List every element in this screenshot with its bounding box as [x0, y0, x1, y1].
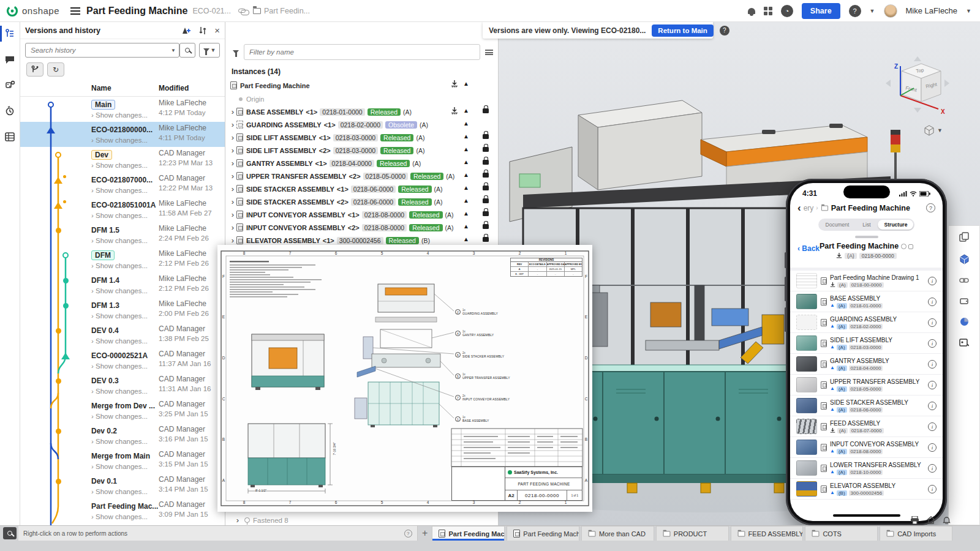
version-row[interactable]: Main › Show changes... Mike LaFleche 4:1…	[20, 97, 225, 122]
home-icon[interactable]	[927, 516, 935, 524]
share-button[interactable]: Share	[802, 3, 840, 19]
custom-features-icon[interactable]	[0, 77, 20, 93]
expand-chevron-icon[interactable]: ›	[229, 133, 236, 142]
info-icon[interactable]: i	[928, 360, 937, 369]
info-icon[interactable]: i	[928, 318, 937, 327]
version-row[interactable]: ECO-0218051001A › Show changes... Mike L…	[20, 197, 225, 222]
phone-list-item[interactable]: ELEVATOR ASSEMBLY ▲ (B) 300-00002456 i	[790, 479, 943, 500]
print-icon[interactable]	[910, 516, 919, 524]
show-changes-link[interactable]: › Show changes...	[91, 262, 157, 269]
help-icon[interactable]: ?	[404, 530, 412, 538]
link-icon[interactable]	[959, 277, 969, 284]
search-history-input[interactable]	[25, 43, 179, 58]
root-assembly-row[interactable]: Part Feeding Machine ▲	[225, 78, 498, 92]
expand-chevron-icon[interactable]: ›	[229, 223, 236, 232]
instance-row[interactable]: › INPUT CONVEYOR ASSEMBLY <1> 0218-08-00…	[225, 208, 498, 221]
info-icon[interactable]: i	[928, 485, 937, 493]
version-row[interactable]: Merge from Main › Show changes... CAD Ma…	[20, 448, 225, 473]
search-button[interactable]	[179, 43, 195, 58]
show-changes-link[interactable]: › Show changes...	[91, 111, 157, 119]
show-changes-link[interactable]: › Show changes...	[91, 312, 157, 320]
graph-view-toggle[interactable]	[26, 62, 43, 77]
chevron-down-icon[interactable]: ▼	[966, 8, 971, 14]
close-icon[interactable]: ×	[214, 26, 220, 35]
version-row[interactable]: DFM 1.5 › Show changes... Mike LaFleche …	[20, 222, 225, 247]
instance-row[interactable]: › SIDE STACKER ASSEMBLY <2> 0218-06-0000…	[225, 195, 498, 208]
phone-list-item[interactable]: INPUT CONVEYOR ASSEMBLY ▲ (A) 0218-08-00…	[790, 437, 943, 458]
version-name[interactable]: Merge from Main	[91, 452, 150, 460]
version-name[interactable]: DFM	[91, 250, 115, 260]
instance-row[interactable]: › GUARDING ASSEMBLY <1> 0218-02-0000 Obs…	[225, 118, 498, 131]
pie-chart-icon[interactable]	[960, 317, 969, 326]
instance-row[interactable]: › UPPER TRANSFER ASSEMBLY <2> 0218-05-00…	[225, 170, 498, 182]
version-row[interactable]: Dev 0.2 › Show changes... CAD Manager 3:…	[20, 423, 225, 448]
show-changes-link[interactable]: › Show changes...	[91, 438, 157, 445]
instance-row[interactable]: › INPUT CONVEYOR ASSEMBLY <2> 0218-08-00…	[225, 221, 498, 234]
show-changes-link[interactable]: › Show changes...	[91, 413, 157, 420]
version-row[interactable]: Merge from Dev ... › Show changes... CAD…	[20, 398, 225, 423]
onshape-logo[interactable]: onshape	[0, 5, 59, 17]
visibility-icon[interactable]	[901, 244, 907, 249]
device-icon[interactable]	[959, 296, 969, 305]
show-changes-link[interactable]: › Show changes...	[91, 187, 157, 194]
drag-handle[interactable]	[855, 236, 878, 238]
version-row[interactable]: ECO-00002521A › Show changes... CAD Mana…	[20, 348, 225, 373]
info-icon[interactable]: i	[928, 422, 937, 431]
version-row[interactable]: ECO-021800000... › Show changes... Mike …	[20, 122, 225, 147]
drawing-sheet[interactable]: 87654321 87654321 FEDCBA FEDCBA REVISION…	[217, 245, 592, 512]
document-tab[interactable]: FEED ASSEMBLY	[731, 526, 804, 541]
origin-row[interactable]: Origin	[225, 92, 498, 105]
show-changes-link[interactable]: › Show changes...	[91, 287, 157, 294]
version-row[interactable]: Dev 0.1 › Show changes... CAD Manager 3:…	[20, 473, 225, 498]
notifications-icon[interactable]	[748, 8, 755, 14]
view-cube[interactable]: Top Front Right Z X	[882, 56, 953, 133]
version-row[interactable]: Dev › Show changes... CAD Manager 12:23 …	[20, 147, 225, 172]
version-name[interactable]: DFM 1.3	[91, 301, 119, 310]
expand-chevron-icon[interactable]: ›	[229, 236, 236, 245]
info-icon[interactable]: i	[928, 339, 937, 348]
list-options-icon[interactable]	[485, 50, 493, 55]
phone-list-item[interactable]: GUARDING ASSEMBLY ▲ (A) 0218-02-0000 i	[790, 312, 943, 333]
show-changes-link[interactable]: › Show changes...	[91, 337, 157, 345]
info-icon[interactable]: i	[928, 298, 937, 306]
filter-icon[interactable]	[233, 50, 239, 54]
expand-chevron-icon[interactable]: ›	[229, 159, 236, 168]
versions-panel-icon[interactable]	[0, 26, 20, 42]
filter-button[interactable]: ▼	[199, 43, 220, 58]
document-tab[interactable]: More than CAD	[581, 526, 654, 541]
history-icon[interactable]	[0, 103, 20, 119]
explore-icon[interactable]: ◔	[781, 5, 793, 17]
compare-icon[interactable]	[198, 26, 207, 35]
help-icon[interactable]: ?	[849, 5, 861, 17]
version-name[interactable]: DEV 0.3	[91, 377, 119, 385]
phone-list-item[interactable]: BASE ASSEMBLY ▲ (A) 0218-01-0000 i	[790, 291, 943, 312]
document-tab[interactable]: COTS	[805, 526, 878, 541]
copy-icon[interactable]	[908, 244, 913, 249]
document-tab[interactable]: PRODUCT	[656, 526, 729, 541]
instance-row[interactable]: › SIDE LIFT ASSEMBLY <2> 0218-03-0000 Re…	[225, 144, 498, 157]
phone-tab[interactable]: Structure	[878, 220, 914, 230]
show-changes-link[interactable]: › Show changes...	[91, 212, 157, 219]
mate-row[interactable]: › Fastened 8	[225, 515, 288, 525]
instance-row[interactable]: › SIDE LIFT ASSEMBLY <1> 0218-03-0000 Re…	[225, 131, 498, 144]
view-options-button[interactable]: ▼	[924, 125, 943, 136]
bell-icon[interactable]	[943, 516, 951, 524]
chevron-down-icon[interactable]: ▼	[870, 8, 875, 14]
version-row[interactable]: DFM 1.3 › Show changes... Mike LaFleche …	[20, 298, 225, 323]
expand-chevron-icon[interactable]: ›	[229, 171, 236, 181]
version-row[interactable]: DFM › Show changes... Mike LaFleche 2:12…	[20, 247, 225, 272]
version-name[interactable]: ECO-021807000...	[91, 176, 153, 184]
show-changes-link[interactable]: › Show changes...	[91, 237, 157, 244]
avatar[interactable]	[884, 4, 897, 18]
instance-row[interactable]: › BASE ASSEMBLY <1> 0218-01-0000 Release…	[225, 105, 498, 118]
cube-icon[interactable]	[959, 254, 970, 264]
version-row[interactable]: DFM 1.4 › Show changes... Mike LaFleche …	[20, 272, 225, 298]
phone-list-item[interactable]: GANTRY ASSEMBLY ▲ (A) 0218-04-0000 i	[790, 354, 943, 375]
phone-list-item[interactable]: FEED ASSEMBLY ▲ (A) 0218-07-0000 i	[790, 416, 943, 437]
version-name[interactable]: Dev 0.2	[91, 427, 117, 435]
bom-table-icon[interactable]	[0, 129, 20, 144]
document-tab[interactable]: Part Feeding Machine D...	[507, 526, 579, 541]
version-name[interactable]: ECO-021800000...	[91, 126, 153, 134]
expand-chevron-icon[interactable]: ›	[229, 107, 236, 116]
show-changes-link[interactable]: › Show changes...	[91, 488, 157, 495]
